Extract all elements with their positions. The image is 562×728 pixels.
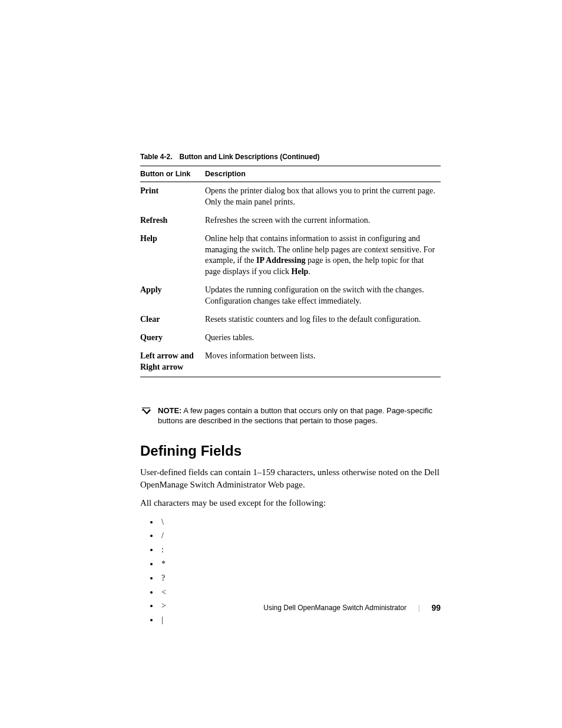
note-block: NOTE: A few pages contain a button that …: [140, 406, 441, 426]
table-caption: Table 4-2.Button and Link Descriptions (…: [140, 153, 441, 161]
button-link-table: Button or Link Description Print Opens t…: [140, 166, 441, 377]
body-paragraph: All characters may be used except for th…: [140, 497, 441, 509]
table-row: Query Queries tables.: [140, 329, 441, 347]
body-paragraph: User-defined fields can contain 1–159 ch…: [140, 466, 441, 491]
note-body: A few pages contain a button that occurs…: [158, 406, 432, 426]
row-desc: Refreshes the screen with the current in…: [205, 212, 441, 230]
list-item: :: [159, 543, 441, 557]
note-label: NOTE:: [158, 406, 181, 415]
row-label: Help: [140, 230, 205, 282]
list-item: *: [159, 557, 441, 571]
table-row: Left arrow and Right arrow Moves informa…: [140, 347, 441, 377]
note-icon: [140, 407, 152, 415]
row-desc: Queries tables.: [205, 329, 441, 347]
note-text: NOTE: A few pages contain a button that …: [158, 406, 435, 426]
list-item: /: [159, 529, 441, 543]
list-item: <: [159, 585, 441, 599]
row-label: Query: [140, 329, 205, 347]
row-desc: Resets statistic counters and log files …: [205, 311, 441, 329]
table-header-button: Button or Link: [140, 166, 205, 182]
section-heading: Defining Fields: [140, 443, 441, 459]
table-row: Clear Resets statistic counters and log …: [140, 311, 441, 329]
row-desc: Moves information between lists.: [205, 347, 441, 377]
row-label: Apply: [140, 281, 205, 311]
table-row: Refresh Refreshes the screen with the cu…: [140, 212, 441, 230]
row-desc: Online help that contains information to…: [205, 230, 441, 282]
table-row: Print Opens the printer dialog box that …: [140, 182, 441, 212]
footer-separator: |: [418, 604, 419, 612]
table-title: Button and Link Descriptions (Continued): [179, 153, 319, 161]
row-label: Left arrow and Right arrow: [140, 347, 205, 377]
list-item: |: [159, 613, 441, 627]
table-number: Table 4-2.: [140, 153, 172, 161]
list-item: ?: [159, 571, 441, 585]
row-label: Refresh: [140, 212, 205, 230]
table-header-description: Description: [205, 166, 441, 182]
row-desc: Updates the running configuration on the…: [205, 281, 441, 311]
row-label: Print: [140, 182, 205, 212]
row-label: Clear: [140, 311, 205, 329]
table-row: Help Online help that contains informati…: [140, 230, 441, 282]
footer-title: Using Dell OpenManage Switch Administrat…: [263, 604, 406, 612]
page-content: Table 4-2.Button and Link Descriptions (…: [140, 153, 441, 627]
list-item: \: [159, 515, 441, 529]
page-footer: Using Dell OpenManage Switch Administrat…: [263, 603, 441, 612]
table-row: Apply Updates the running configuration …: [140, 281, 441, 311]
row-desc: Opens the printer dialog box that allows…: [205, 182, 441, 212]
page-number: 99: [431, 603, 441, 612]
